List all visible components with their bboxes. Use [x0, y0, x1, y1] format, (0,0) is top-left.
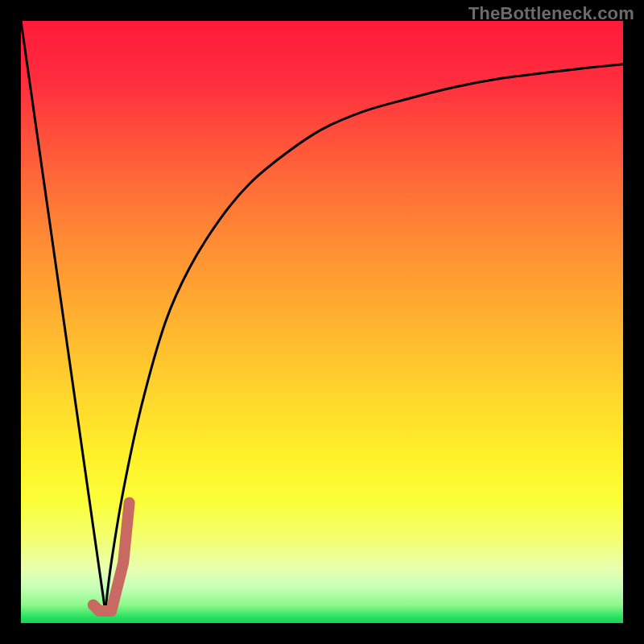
curve-layer — [21, 21, 623, 623]
ascending-curve — [105, 64, 623, 611]
descending-line — [21, 21, 105, 611]
chart-frame: TheBottleneck.com — [0, 0, 644, 644]
plot-area — [21, 21, 623, 623]
watermark-text: TheBottleneck.com — [469, 3, 634, 24]
